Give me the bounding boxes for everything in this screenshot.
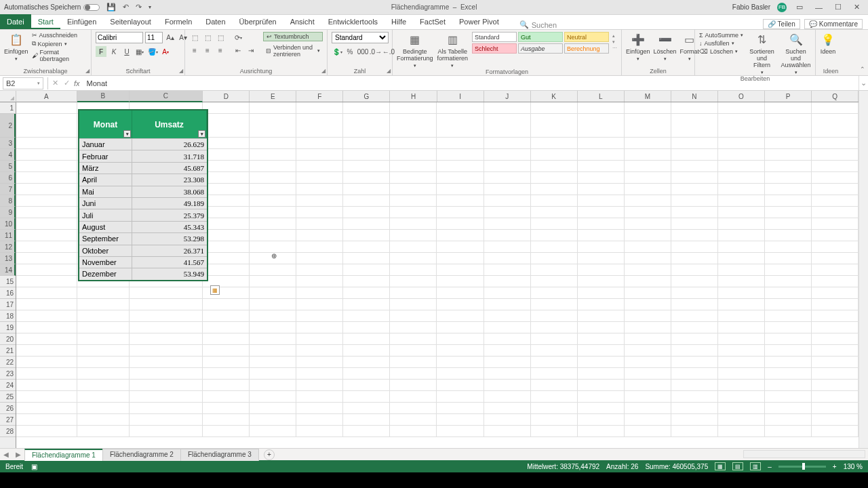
table-row[interactable]: Januar26.629 xyxy=(79,138,207,150)
format-painter-button[interactable]: 🖌Format übertragen xyxy=(32,49,87,62)
row-headers[interactable]: 1234567891011121314151617181920212223242… xyxy=(0,102,16,448)
zoom-out-icon[interactable]: – xyxy=(768,463,772,470)
row-header-17[interactable]: 17 xyxy=(0,299,16,310)
column-header-K[interactable]: K xyxy=(531,91,578,102)
sheet-nav-next-icon[interactable]: ▶ xyxy=(12,451,24,458)
accounting-format-icon[interactable]: 💲▾ xyxy=(332,46,342,57)
increase-indent-icon[interactable]: ⇥ xyxy=(245,45,256,56)
row-header-8[interactable]: 8 xyxy=(0,195,16,207)
fx-icon[interactable]: fx xyxy=(74,79,80,87)
table-row[interactable]: Juli25.379 xyxy=(79,209,207,220)
row-header-16[interactable]: 16 xyxy=(0,287,16,299)
qat-customize-icon[interactable]: ▾ xyxy=(149,4,151,10)
ribbon-tab-einfügen[interactable]: Einfügen xyxy=(60,16,103,29)
align-top-icon[interactable]: ⬚ xyxy=(189,32,200,43)
cell-style-ausgabe[interactable]: Ausgabe xyxy=(518,43,563,54)
row-header-22[interactable]: 22 xyxy=(0,357,16,368)
border-button[interactable]: ▦▾ xyxy=(134,46,145,57)
find-select-button[interactable]: 🔍Suchen und Auswählen▾ xyxy=(781,32,811,75)
sort-filter-button[interactable]: ⇅Sortieren und Filtern▾ xyxy=(747,32,777,75)
styles-scroll-down-icon[interactable]: ▾ xyxy=(612,39,617,45)
zoom-in-icon[interactable]: + xyxy=(833,463,837,470)
format-as-table-button[interactable]: ▥Als Tabelle formatieren▾ xyxy=(437,32,469,68)
autosave-toggle[interactable] xyxy=(83,4,100,11)
wrap-text-button[interactable]: ↩Textumbruch xyxy=(263,32,323,41)
ribbon-tab-power pivot[interactable]: Power Pivot xyxy=(452,16,506,29)
delete-cells-button[interactable]: ➖Löschen▾ xyxy=(654,32,677,62)
ribbon-tab-factset[interactable]: FactSet xyxy=(413,16,452,29)
quick-analysis-icon[interactable]: ▦ xyxy=(210,285,220,295)
styles-scroll-up-icon[interactable]: ▴ xyxy=(612,33,617,39)
worksheet-grid[interactable]: ABCDEFGHIJKLMNOPQ 1234567891011121314151… xyxy=(0,91,868,448)
copy-button[interactable]: ⧉Kopieren▾ xyxy=(32,40,87,47)
orientation-icon[interactable]: ⟳▾ xyxy=(233,32,243,43)
column-header-B[interactable]: B xyxy=(77,91,130,102)
cut-button[interactable]: ✂Ausschneiden xyxy=(32,32,87,39)
row-header-13[interactable]: 13 xyxy=(0,253,16,264)
normal-view-icon[interactable]: ▦ xyxy=(715,462,726,470)
row-header-27[interactable]: 27 xyxy=(0,414,16,426)
redo-icon[interactable]: ↷ xyxy=(136,3,142,12)
minimize-icon[interactable]: — xyxy=(812,3,825,12)
column-header-G[interactable]: G xyxy=(343,91,390,102)
row-header-21[interactable]: 21 xyxy=(0,345,16,357)
cells-area[interactable]: Monat▾Umsatz▾ Januar26.629Februar31.718M… xyxy=(16,102,859,448)
styles-more-icon[interactable]: ⋯ xyxy=(612,45,617,51)
increase-font-icon[interactable]: A▴ xyxy=(165,33,176,43)
merge-center-button[interactable]: ⊟Verbinden und zentrieren▾ xyxy=(263,43,323,58)
percent-format-icon[interactable]: % xyxy=(344,46,355,57)
cell-style-berechnung[interactable]: Berechnung xyxy=(564,43,609,54)
number-launcher-icon[interactable]: ◢ xyxy=(387,68,391,74)
ribbon-tab-überprüfen[interactable]: Überprüfen xyxy=(233,16,283,29)
table-header-umsatz[interactable]: Umsatz▾ xyxy=(132,110,207,138)
insert-cells-button[interactable]: ➕Einfügen▾ xyxy=(626,32,650,62)
column-header-J[interactable]: J xyxy=(484,91,531,102)
italic-button[interactable]: K xyxy=(108,46,119,57)
font-size-input[interactable] xyxy=(145,32,163,43)
align-right-icon[interactable]: ≡ xyxy=(215,45,226,56)
sheet-tab-0[interactable]: Flächendiagramme 1 xyxy=(24,449,103,461)
row-header-6[interactable]: 6 xyxy=(0,172,16,184)
sheet-tab-2[interactable]: Flächendiagramme 3 xyxy=(180,449,259,461)
ideas-button[interactable]: 💡Ideen xyxy=(820,32,836,56)
save-icon[interactable]: 💾 xyxy=(106,3,116,12)
zoom-slider[interactable] xyxy=(778,466,826,468)
user-avatar[interactable]: FB xyxy=(777,3,787,12)
table-row[interactable]: Mai38.068 xyxy=(79,186,207,197)
horizontal-scrollbar[interactable] xyxy=(743,450,865,458)
clipboard-launcher-icon[interactable]: ◢ xyxy=(85,68,90,74)
comma-format-icon[interactable]: 000 xyxy=(357,46,368,57)
column-headers[interactable]: ABCDEFGHIJKLMNOPQ xyxy=(16,91,859,102)
row-header-10[interactable]: 10 xyxy=(0,218,16,230)
paste-button[interactable]: 📋 Einfügen▾ xyxy=(4,32,28,62)
column-header-D[interactable]: D xyxy=(203,91,250,102)
fill-button[interactable]: ↓Ausfüllen▾ xyxy=(699,40,743,47)
column-header-L[interactable]: L xyxy=(578,91,625,102)
table-row[interactable]: September53.298 xyxy=(79,232,207,244)
font-launcher-icon[interactable]: ◢ xyxy=(179,68,183,74)
select-all-button[interactable] xyxy=(0,91,16,102)
row-header-25[interactable]: 25 xyxy=(0,391,16,403)
expand-formula-bar-icon[interactable]: ⌄ xyxy=(859,76,868,90)
column-header-P[interactable]: P xyxy=(765,91,812,102)
ribbon-tab-entwicklertools[interactable]: Entwicklertools xyxy=(321,16,384,29)
column-header-M[interactable]: M xyxy=(625,91,671,102)
ribbon-display-icon[interactable]: ▭ xyxy=(793,3,806,12)
table-row[interactable]: Dezember53.949 xyxy=(79,268,207,279)
column-header-E[interactable]: E xyxy=(250,91,296,102)
filter-icon[interactable]: ▾ xyxy=(198,130,205,138)
increase-decimal-icon[interactable]: .0→ xyxy=(370,46,381,57)
row-header-5[interactable]: 5 xyxy=(0,161,16,172)
row-header-2[interactable]: 2 xyxy=(0,114,16,138)
row-header-18[interactable]: 18 xyxy=(0,310,16,322)
column-header-I[interactable]: I xyxy=(437,91,484,102)
align-left-icon[interactable]: ≡ xyxy=(189,45,200,56)
align-bottom-icon[interactable]: ⬚ xyxy=(215,32,226,43)
name-box[interactable]: B2▾ xyxy=(3,77,43,89)
undo-icon[interactable]: ↶ xyxy=(123,3,129,12)
bold-button[interactable]: F xyxy=(96,46,106,57)
cancel-formula-icon[interactable]: ✕ xyxy=(52,79,58,87)
ribbon-tab-start[interactable]: Start xyxy=(31,16,60,29)
ribbon-tab-ansicht[interactable]: Ansicht xyxy=(283,16,321,29)
row-header-14[interactable]: 14 xyxy=(0,264,16,276)
